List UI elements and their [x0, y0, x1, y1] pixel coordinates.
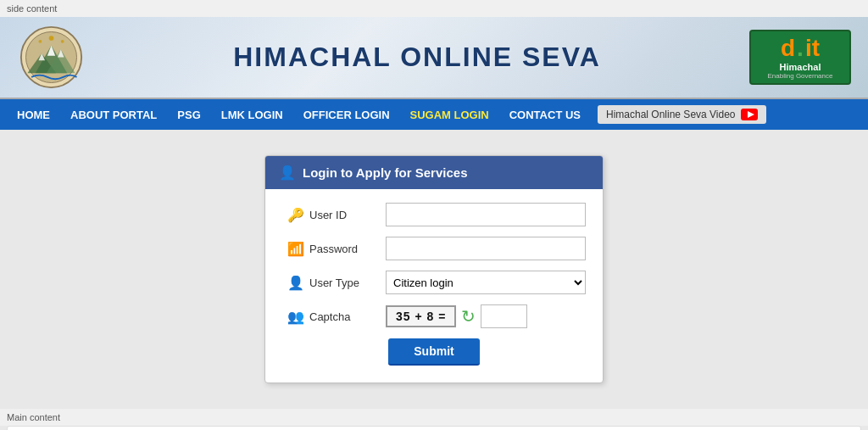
footer: 🎗 HPSACS © 2020. Government of Himachal … — [7, 426, 861, 430]
side-content-label: side content — [0, 0, 868, 17]
usertype-label: User Type — [309, 276, 386, 289]
captcha-label: Captcha — [309, 310, 386, 323]
main-content-label: Main content — [0, 409, 868, 426]
emblem-logo — [19, 25, 83, 89]
userid-label: User ID — [309, 209, 386, 221]
header-logo-left — [17, 25, 85, 89]
user-icon: 👤 — [279, 165, 296, 181]
captcha-row: 👥 Captcha 35 + 8 = ↻ — [282, 304, 586, 328]
password-row: 📶 Password — [282, 237, 586, 260]
login-body: 🔑 User ID 📶 Password 👤 User Type Citizen… — [265, 189, 603, 383]
nav-home[interactable]: HOME — [7, 102, 60, 128]
nav-sugam-login[interactable]: SUGAM LOGIN — [400, 102, 499, 128]
usertype-icon: 👤 — [282, 275, 309, 291]
login-box: 👤 Login to Apply for Services 🔑 User ID … — [264, 155, 604, 383]
login-header: 👤 Login to Apply for Services — [265, 156, 603, 189]
navbar: HOME ABOUT PORTAL PSG LMK LOGIN OFFICER … — [0, 99, 868, 130]
header: HIMACHAL ONLINE SEVA d.it Himachal Enabl… — [0, 17, 868, 99]
password-icon: 📶 — [282, 241, 309, 257]
nav-video-link[interactable]: Himachal Online Seva Video — [598, 105, 766, 124]
svg-point-10 — [60, 40, 64, 43]
nav-video-label: Himachal Online Seva Video — [606, 109, 736, 120]
captcha-input[interactable] — [481, 304, 527, 328]
captcha-icon: 👥 — [282, 309, 309, 325]
svg-point-8 — [48, 36, 53, 41]
youtube-icon — [741, 109, 758, 120]
dit-logo-container: d.it Himachal Enabling Governance — [749, 30, 851, 85]
userid-input[interactable] — [386, 203, 586, 226]
captcha-text: 35 + 8 = — [386, 305, 456, 327]
svg-point-9 — [38, 40, 42, 43]
captcha-container: 35 + 8 = ↻ — [386, 304, 586, 328]
nav-about-portal[interactable]: ABOUT PORTAL — [60, 102, 167, 128]
password-label: Password — [309, 243, 386, 255]
userid-icon: 🔑 — [282, 207, 309, 223]
nav-officer-login[interactable]: OFFICER LOGIN — [293, 102, 400, 128]
site-title: HIMACHAL ONLINE SEVA — [85, 42, 749, 73]
main-area: 👤 Login to Apply for Services 🔑 User ID … — [0, 130, 868, 409]
nav-psg[interactable]: PSG — [167, 102, 210, 128]
dit-himachal-text: Himachal — [780, 62, 821, 72]
usertype-select[interactable]: Citizen login Employee login Admin login — [386, 271, 586, 294]
login-title: Login to Apply for Services — [303, 165, 467, 180]
usertype-row: 👤 User Type Citizen login Employee login… — [282, 271, 586, 294]
captcha-refresh-icon[interactable]: ↻ — [461, 306, 476, 327]
nav-lmk-login[interactable]: LMK LOGIN — [211, 102, 293, 128]
submit-button[interactable]: Submit — [388, 338, 479, 366]
nav-contact-us[interactable]: CONTACT US — [499, 102, 591, 128]
submit-row: Submit — [282, 338, 586, 366]
userid-row: 🔑 User ID — [282, 203, 586, 226]
dit-subtitle-text: Enabling Governance — [768, 72, 833, 80]
password-input[interactable] — [386, 237, 586, 260]
